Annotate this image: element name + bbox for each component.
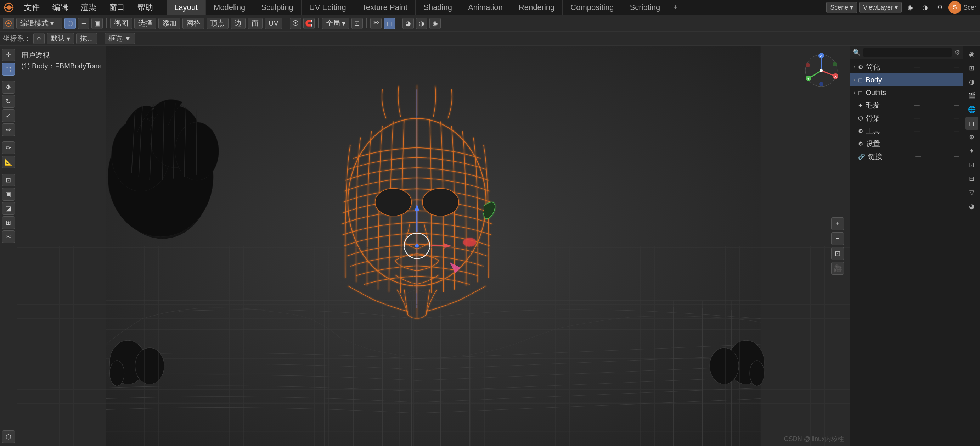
item-label: 简化 [866, 62, 880, 72]
face-menu[interactable]: 面 [248, 18, 262, 29]
drag-btn[interactable]: 拖... [76, 33, 97, 44]
zoom-fit-btn[interactable]: ⊡ [831, 247, 844, 260]
item-render: — [954, 153, 959, 159]
mesh-menu[interactable]: 网格 [183, 18, 204, 29]
constraint-props-icon[interactable]: ⊟ [966, 172, 978, 185]
rotate-tool-btn[interactable]: ↻ [2, 95, 15, 108]
particle-props-icon[interactable]: ✦ [966, 145, 978, 158]
modifier-props-icon[interactable]: ⚙ [966, 131, 978, 143]
snap-icon[interactable]: 🧲 [303, 18, 315, 29]
cursor-tool-btn[interactable]: ✛ [2, 49, 15, 61]
vertex-menu[interactable]: 顶点 [207, 18, 229, 29]
tab-layout[interactable]: Layout [167, 0, 206, 15]
menu-item-edit[interactable]: 编辑 [46, 0, 75, 15]
xray-toggle-icon[interactable]: ◻ [384, 18, 395, 29]
user-avatar[interactable]: S [948, 1, 961, 14]
item-label: Body [865, 76, 882, 84]
move-tool-btn[interactable]: ✥ [2, 81, 15, 94]
shading-tool-btn[interactable]: ⬡ [2, 430, 15, 443]
inset-tool-btn[interactable]: ▣ [2, 188, 15, 201]
item-render: — [954, 89, 959, 96]
tab-sculpting[interactable]: Sculpting [253, 0, 302, 15]
proportional-edit-icon[interactable]: ⦿ [290, 18, 301, 29]
scene-dropdown[interactable]: Scene ▾ [826, 2, 857, 13]
zoom-in-btn[interactable]: + [831, 217, 844, 230]
edge-menu[interactable]: 边 [231, 18, 245, 29]
physics-props-icon[interactable]: ⊡ [966, 158, 978, 171]
menu-item-window[interactable]: 窗口 [103, 0, 131, 15]
view-layer-props-icon[interactable]: ◑ [966, 75, 978, 88]
output-props-icon[interactable]: ⊞ [966, 62, 978, 75]
menu-item-render[interactable]: 渲染 [75, 0, 103, 15]
uv-menu[interactable]: UV [265, 18, 282, 29]
coord-icon-btn[interactable]: ⊕ [33, 33, 45, 44]
bevel-tool-btn[interactable]: ◪ [2, 202, 15, 215]
loop-cut-tool-btn[interactable]: ⊞ [2, 216, 15, 229]
add-workspace-button[interactable]: + [668, 0, 683, 15]
tab-shading[interactable]: Shading [415, 0, 460, 15]
outliner-item-simplify[interactable]: › ⚙ 简化 — — [850, 61, 963, 73]
filter-icon[interactable]: ⚙ [955, 49, 960, 56]
tab-modeling[interactable]: Modeling [206, 0, 253, 15]
viewport-orientation-gizmo[interactable]: Z X Y [803, 53, 839, 88]
render-props-icon[interactable]: ◉ [966, 48, 978, 61]
tab-texture-paint[interactable]: Texture Paint [354, 0, 415, 15]
transform-tool-btn[interactable]: ⇔ [2, 123, 15, 136]
material-shading-btn[interactable]: ◑ [416, 18, 427, 29]
outliner-item-tools[interactable]: › ⚙ 工具 — — [850, 124, 963, 137]
outliner-item-armature[interactable]: › ⬡ 骨架 — — [850, 112, 963, 124]
outliner-item-hair[interactable]: › ✦ 毛发 — — [850, 99, 963, 112]
object-data-props-icon[interactable]: ▽ [966, 186, 978, 199]
select-tool-btn[interactable]: ⬚ [2, 63, 15, 75]
menu-item-help[interactable]: 帮助 [131, 0, 159, 15]
object-props-icon[interactable]: ◻ [966, 117, 978, 130]
tab-uv-editing[interactable]: UV Editing [302, 0, 354, 15]
edge-select-btn[interactable]: ━ [78, 18, 89, 29]
outliner-search-input[interactable] [863, 48, 952, 57]
blender-logo[interactable] [0, 0, 18, 15]
svg-point-5 [8, 22, 10, 24]
select-menu[interactable]: 选择 [134, 18, 156, 29]
top-right-icons: Scene ▾ ViewLayer ▾ ◉ ◑ ⚙ S Scer [826, 1, 980, 14]
annotation-tool-btn[interactable]: ✏ [2, 142, 15, 154]
measure-tool-btn[interactable]: 📐 [2, 156, 15, 169]
solid-shading-btn[interactable]: ◕ [402, 18, 414, 29]
coord-default-dropdown[interactable]: 默认 ▾ [47, 33, 74, 44]
camera-btn[interactable]: 🎥 [831, 262, 844, 275]
outliner-item-body[interactable]: › ◻ Body — — [850, 73, 963, 86]
face-select-btn[interactable]: ▣ [91, 18, 103, 29]
outliner-item-outfits[interactable]: › ◻ Outfits — — [850, 86, 963, 99]
scale-tool-btn[interactable]: ⤢ [2, 109, 15, 122]
edit-mode-dropdown[interactable]: 编辑模式 ▾ [16, 18, 62, 29]
workspace-tabs: Layout Modeling Sculpting UV Editing Tex… [167, 0, 683, 15]
viewport[interactable]: 用户透视 (1) Body：FBMBodyTone Z X Y [17, 46, 850, 446]
knife-tool-btn[interactable]: ✂ [2, 231, 15, 243]
vertex-select-btn[interactable]: ⬡ [64, 18, 76, 29]
item-visibility: — [914, 102, 920, 108]
outliner-item-settings[interactable]: › ⚙ 设置 — — [850, 137, 963, 150]
outliner-item-links[interactable]: › 🔗 链接 — — [850, 150, 963, 163]
viewport-view-label: 用户透视 [21, 50, 102, 61]
render-icon[interactable]: ◉ [904, 1, 916, 14]
tab-compositing[interactable]: Compositing [563, 0, 622, 15]
menu-item-file[interactable]: 文件 [18, 0, 46, 15]
view-menu[interactable]: 视图 [110, 18, 132, 29]
rendered-shading-btn[interactable]: ◉ [430, 18, 441, 29]
add-menu[interactable]: 添加 [158, 18, 180, 29]
zoom-out-btn[interactable]: − [831, 232, 844, 245]
material-props-icon[interactable]: ◕ [966, 200, 978, 213]
tab-animation[interactable]: Animation [460, 0, 511, 15]
transform-pivot-icon[interactable]: ⊡ [352, 18, 363, 29]
transform-space-dropdown[interactable]: 全局 ▾ [322, 18, 349, 29]
overlay-toggle-icon[interactable]: 👁 [370, 18, 382, 29]
tab-rendering[interactable]: Rendering [511, 0, 563, 15]
tab-scripting[interactable]: Scripting [622, 0, 668, 15]
editor-type-icon[interactable] [3, 18, 14, 29]
scene-props-icon[interactable]: 🎬 [966, 89, 978, 102]
view-layer-dropdown[interactable]: ViewLayer ▾ [859, 2, 902, 13]
extrude-tool-btn[interactable]: ⊡ [2, 174, 15, 186]
world-props-icon[interactable]: 🌐 [966, 103, 978, 116]
viewport-shading-icon[interactable]: ◑ [919, 1, 931, 14]
options-icon[interactable]: ⚙ [934, 1, 947, 14]
select-box-dropdown[interactable]: 框选 ▼ [105, 33, 135, 44]
